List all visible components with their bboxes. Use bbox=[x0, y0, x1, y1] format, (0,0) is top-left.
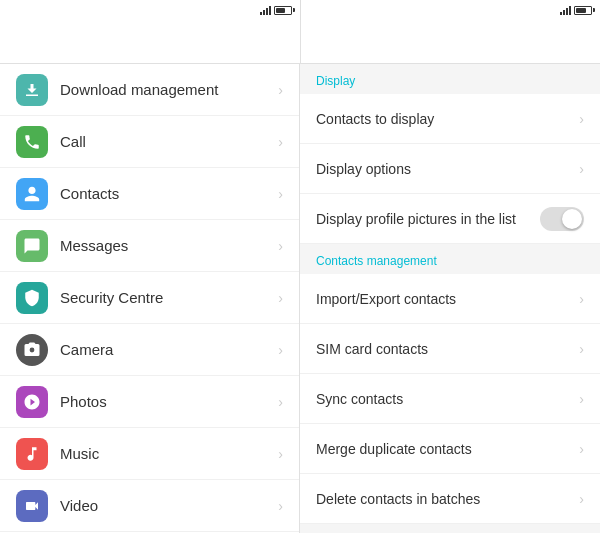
left-title-bar bbox=[0, 20, 300, 63]
menu-item-security[interactable]: Security Centre› bbox=[0, 272, 299, 324]
display-pictures-label: Display profile pictures in the list bbox=[316, 211, 540, 227]
settings-item-sim-contacts[interactable]: SIM card contacts› bbox=[300, 324, 600, 374]
menu-item-contacts[interactable]: Contacts› bbox=[0, 168, 299, 220]
camera-label: Camera bbox=[60, 341, 278, 358]
music-icon bbox=[16, 438, 48, 470]
messages-icon bbox=[16, 230, 48, 262]
section-header-0: Display bbox=[300, 64, 600, 94]
delete-contacts-arrow: › bbox=[579, 491, 584, 507]
status-icons-right bbox=[560, 5, 592, 15]
call-chevron: › bbox=[278, 134, 283, 150]
right-panel: DisplayContacts to display›Display optio… bbox=[300, 64, 600, 533]
settings-item-sync-contacts[interactable]: Sync contacts› bbox=[300, 374, 600, 424]
settings-item-import-export[interactable]: Import/Export contacts› bbox=[300, 274, 600, 324]
sync-contacts-arrow: › bbox=[579, 391, 584, 407]
video-icon bbox=[16, 490, 48, 522]
title-bars bbox=[0, 20, 600, 64]
download-icon bbox=[16, 74, 48, 106]
left-panel: Download management›Call›Contacts›Messag… bbox=[0, 64, 300, 533]
download-chevron: › bbox=[278, 82, 283, 98]
menu-item-music[interactable]: Music› bbox=[0, 428, 299, 480]
security-icon bbox=[16, 282, 48, 314]
sync-contacts-label: Sync contacts bbox=[316, 391, 579, 407]
right-title-bar bbox=[300, 20, 601, 63]
settings-item-display-pictures[interactable]: Display profile pictures in the list bbox=[300, 194, 600, 244]
security-label: Security Centre bbox=[60, 289, 278, 306]
status-bar-right bbox=[301, 0, 601, 20]
settings-item-delete-contacts[interactable]: Delete contacts in batches› bbox=[300, 474, 600, 524]
status-bar bbox=[0, 0, 600, 20]
merge-contacts-arrow: › bbox=[579, 441, 584, 457]
merge-contacts-label: Merge duplicate contacts bbox=[316, 441, 579, 457]
import-export-label: Import/Export contacts bbox=[316, 291, 579, 307]
download-label: Download management bbox=[60, 81, 278, 98]
menu-item-video[interactable]: Video› bbox=[0, 480, 299, 532]
display-options-arrow: › bbox=[579, 161, 584, 177]
status-bar-left bbox=[0, 0, 300, 20]
photos-label: Photos bbox=[60, 393, 278, 410]
contacts-label: Contacts bbox=[60, 185, 278, 202]
messages-label: Messages bbox=[60, 237, 278, 254]
photos-icon bbox=[16, 386, 48, 418]
menu-item-camera[interactable]: Camera› bbox=[0, 324, 299, 376]
messages-chevron: › bbox=[278, 238, 283, 254]
camera-icon bbox=[16, 334, 48, 366]
contacts-display-label: Contacts to display bbox=[316, 111, 579, 127]
settings-item-display-options[interactable]: Display options› bbox=[300, 144, 600, 194]
security-chevron: › bbox=[278, 290, 283, 306]
signal-icon-left bbox=[260, 5, 271, 15]
contacts-chevron: › bbox=[278, 186, 283, 202]
camera-chevron: › bbox=[278, 342, 283, 358]
video-chevron: › bbox=[278, 498, 283, 514]
signal-icon-right bbox=[560, 5, 571, 15]
menu-item-messages[interactable]: Messages› bbox=[0, 220, 299, 272]
menu-item-download[interactable]: Download management› bbox=[0, 64, 299, 116]
call-label: Call bbox=[60, 133, 278, 150]
import-export-arrow: › bbox=[579, 291, 584, 307]
display-options-label: Display options bbox=[316, 161, 579, 177]
settings-item-contacts-display[interactable]: Contacts to display› bbox=[300, 94, 600, 144]
music-label: Music bbox=[60, 445, 278, 462]
display-pictures-toggle[interactable] bbox=[540, 207, 584, 231]
sim-contacts-label: SIM card contacts bbox=[316, 341, 579, 357]
section-header-1: Contacts management bbox=[300, 244, 600, 274]
status-icons-left bbox=[260, 5, 292, 15]
music-chevron: › bbox=[278, 446, 283, 462]
settings-item-merge-contacts[interactable]: Merge duplicate contacts› bbox=[300, 424, 600, 474]
battery-icon-right bbox=[574, 6, 592, 15]
photos-chevron: › bbox=[278, 394, 283, 410]
delete-contacts-label: Delete contacts in batches bbox=[316, 491, 579, 507]
video-label: Video bbox=[60, 497, 278, 514]
call-icon bbox=[16, 126, 48, 158]
menu-item-photos[interactable]: Photos› bbox=[0, 376, 299, 428]
battery-icon-left bbox=[274, 6, 292, 15]
contacts-display-arrow: › bbox=[579, 111, 584, 127]
sim-contacts-arrow: › bbox=[579, 341, 584, 357]
contacts-icon bbox=[16, 178, 48, 210]
content-area: Download management›Call›Contacts›Messag… bbox=[0, 64, 600, 533]
menu-item-call[interactable]: Call› bbox=[0, 116, 299, 168]
